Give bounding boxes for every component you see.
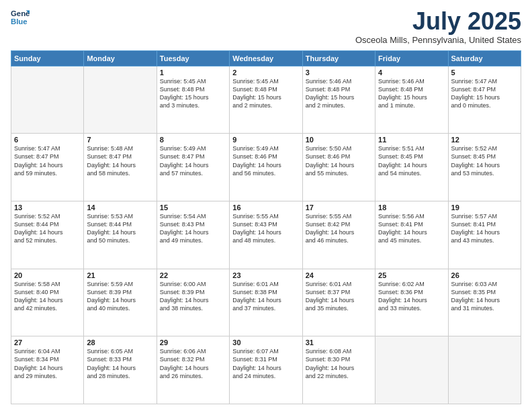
col-saturday: Saturday <box>448 50 521 66</box>
calendar-cell: 25Sunrise: 6:02 AM Sunset: 8:36 PM Dayli… <box>375 269 448 336</box>
calendar-week-2: 13Sunrise: 5:52 AM Sunset: 8:44 PM Dayli… <box>11 201 521 269</box>
day-number: 22 <box>160 271 226 279</box>
calendar-cell: 31Sunrise: 6:08 AM Sunset: 8:30 PM Dayli… <box>302 336 375 404</box>
day-info: Sunrise: 6:08 AM Sunset: 8:30 PM Dayligh… <box>306 347 372 380</box>
title-block: July 2025 Osceola Mills, Pennsylvania, U… <box>355 8 521 45</box>
day-info: Sunrise: 5:49 AM Sunset: 8:46 PM Dayligh… <box>232 144 299 177</box>
day-number: 6 <box>14 136 81 144</box>
day-number: 19 <box>451 203 518 212</box>
logo-icon: General Blue <box>11 8 30 27</box>
day-info: Sunrise: 6:05 AM Sunset: 8:33 PM Dayligh… <box>87 347 153 380</box>
day-info: Sunrise: 5:45 AM Sunset: 8:48 PM Dayligh… <box>160 77 226 110</box>
day-info: Sunrise: 5:47 AM Sunset: 8:47 PM Dayligh… <box>451 77 518 110</box>
calendar-cell: 20Sunrise: 5:58 AM Sunset: 8:40 PM Dayli… <box>11 269 84 336</box>
calendar-cell: 28Sunrise: 6:05 AM Sunset: 8:33 PM Dayli… <box>84 336 157 404</box>
calendar-cell: 22Sunrise: 6:00 AM Sunset: 8:39 PM Dayli… <box>157 269 229 336</box>
day-number: 4 <box>378 68 445 77</box>
day-info: Sunrise: 6:06 AM Sunset: 8:32 PM Dayligh… <box>160 347 226 380</box>
calendar-cell: 23Sunrise: 6:01 AM Sunset: 8:38 PM Dayli… <box>230 269 302 336</box>
calendar-cell: 2Sunrise: 5:45 AM Sunset: 8:48 PM Daylig… <box>230 66 302 134</box>
day-info: Sunrise: 5:45 AM Sunset: 8:48 PM Dayligh… <box>232 77 299 110</box>
calendar-cell: 19Sunrise: 5:57 AM Sunset: 8:41 PM Dayli… <box>448 201 521 269</box>
day-number: 20 <box>14 271 81 279</box>
day-info: Sunrise: 5:52 AM Sunset: 8:44 PM Dayligh… <box>14 212 81 245</box>
day-number: 29 <box>160 338 226 347</box>
day-number: 9 <box>232 136 299 144</box>
day-info: Sunrise: 5:50 AM Sunset: 8:46 PM Dayligh… <box>306 144 372 177</box>
svg-text:Blue: Blue <box>11 17 28 26</box>
day-info: Sunrise: 6:07 AM Sunset: 8:31 PM Dayligh… <box>232 347 299 380</box>
calendar-cell: 24Sunrise: 6:01 AM Sunset: 8:37 PM Dayli… <box>302 269 375 336</box>
calendar-cell: 16Sunrise: 5:55 AM Sunset: 8:43 PM Dayli… <box>230 201 302 269</box>
day-info: Sunrise: 5:55 AM Sunset: 8:43 PM Dayligh… <box>232 212 299 245</box>
calendar-cell <box>375 336 448 404</box>
day-number: 23 <box>232 271 299 279</box>
calendar-week-3: 20Sunrise: 5:58 AM Sunset: 8:40 PM Dayli… <box>11 269 521 336</box>
calendar-cell: 1Sunrise: 5:45 AM Sunset: 8:48 PM Daylig… <box>157 66 229 134</box>
calendar-cell: 4Sunrise: 5:46 AM Sunset: 8:48 PM Daylig… <box>375 66 448 134</box>
calendar-cell: 29Sunrise: 6:06 AM Sunset: 8:32 PM Dayli… <box>157 336 229 404</box>
day-number: 26 <box>451 271 518 279</box>
day-number: 21 <box>87 271 153 279</box>
month-title: July 2025 <box>355 8 521 35</box>
day-info: Sunrise: 6:00 AM Sunset: 8:39 PM Dayligh… <box>160 280 226 313</box>
day-number: 31 <box>306 338 372 347</box>
col-wednesday: Wednesday <box>230 50 302 66</box>
calendar-body: 1Sunrise: 5:45 AM Sunset: 8:48 PM Daylig… <box>11 66 521 404</box>
day-info: Sunrise: 5:51 AM Sunset: 8:45 PM Dayligh… <box>378 144 445 177</box>
calendar-cell: 7Sunrise: 5:48 AM Sunset: 8:47 PM Daylig… <box>84 134 157 201</box>
page-container: General Blue July 2025 Osceola Mills, Pe… <box>0 0 532 411</box>
calendar-cell: 6Sunrise: 5:47 AM Sunset: 8:47 PM Daylig… <box>11 134 84 201</box>
day-number: 7 <box>87 136 153 144</box>
day-number: 27 <box>14 338 81 347</box>
logo: General Blue <box>11 8 30 27</box>
col-thursday: Thursday <box>302 50 375 66</box>
calendar-cell: 18Sunrise: 5:56 AM Sunset: 8:41 PM Dayli… <box>375 201 448 269</box>
day-number: 3 <box>306 68 372 77</box>
day-info: Sunrise: 5:49 AM Sunset: 8:47 PM Dayligh… <box>160 144 226 177</box>
day-number: 13 <box>14 203 81 212</box>
day-number: 11 <box>378 136 445 144</box>
calendar-cell: 26Sunrise: 6:03 AM Sunset: 8:35 PM Dayli… <box>448 269 521 336</box>
calendar-cell: 14Sunrise: 5:53 AM Sunset: 8:44 PM Dayli… <box>84 201 157 269</box>
day-info: Sunrise: 5:52 AM Sunset: 8:45 PM Dayligh… <box>451 144 518 177</box>
calendar-cell <box>11 66 84 134</box>
day-number: 15 <box>160 203 226 212</box>
calendar-cell: 11Sunrise: 5:51 AM Sunset: 8:45 PM Dayli… <box>375 134 448 201</box>
day-number: 14 <box>87 203 153 212</box>
day-info: Sunrise: 5:46 AM Sunset: 8:48 PM Dayligh… <box>306 77 372 110</box>
day-number: 8 <box>160 136 226 144</box>
day-info: Sunrise: 6:02 AM Sunset: 8:36 PM Dayligh… <box>378 280 445 313</box>
col-friday: Friday <box>375 50 448 66</box>
day-info: Sunrise: 6:01 AM Sunset: 8:38 PM Dayligh… <box>232 280 299 313</box>
day-info: Sunrise: 5:59 AM Sunset: 8:39 PM Dayligh… <box>87 280 153 313</box>
location: Osceola Mills, Pennsylvania, United Stat… <box>355 35 521 45</box>
calendar-week-4: 27Sunrise: 6:04 AM Sunset: 8:34 PM Dayli… <box>11 336 521 404</box>
calendar-cell: 12Sunrise: 5:52 AM Sunset: 8:45 PM Dayli… <box>448 134 521 201</box>
calendar-cell <box>448 336 521 404</box>
day-number: 25 <box>378 271 445 279</box>
day-info: Sunrise: 6:03 AM Sunset: 8:35 PM Dayligh… <box>451 280 518 313</box>
calendar-cell: 21Sunrise: 5:59 AM Sunset: 8:39 PM Dayli… <box>84 269 157 336</box>
day-number: 28 <box>87 338 153 347</box>
day-number: 1 <box>160 68 226 77</box>
day-info: Sunrise: 6:04 AM Sunset: 8:34 PM Dayligh… <box>14 347 81 380</box>
calendar-week-1: 6Sunrise: 5:47 AM Sunset: 8:47 PM Daylig… <box>11 134 521 201</box>
calendar-cell: 3Sunrise: 5:46 AM Sunset: 8:48 PM Daylig… <box>302 66 375 134</box>
day-number: 5 <box>451 68 518 77</box>
day-info: Sunrise: 5:55 AM Sunset: 8:42 PM Dayligh… <box>306 212 372 245</box>
calendar-cell: 15Sunrise: 5:54 AM Sunset: 8:43 PM Dayli… <box>157 201 229 269</box>
day-number: 18 <box>378 203 445 212</box>
day-number: 24 <box>306 271 372 279</box>
header: General Blue July 2025 Osceola Mills, Pe… <box>11 8 521 45</box>
day-number: 10 <box>306 136 372 144</box>
day-info: Sunrise: 5:57 AM Sunset: 8:41 PM Dayligh… <box>451 212 518 245</box>
calendar-header-row: Sunday Monday Tuesday Wednesday Thursday… <box>11 50 521 66</box>
day-info: Sunrise: 5:58 AM Sunset: 8:40 PM Dayligh… <box>14 280 81 313</box>
calendar-cell: 10Sunrise: 5:50 AM Sunset: 8:46 PM Dayli… <box>302 134 375 201</box>
day-info: Sunrise: 5:46 AM Sunset: 8:48 PM Dayligh… <box>378 77 445 110</box>
col-monday: Monday <box>84 50 157 66</box>
calendar-cell: 9Sunrise: 5:49 AM Sunset: 8:46 PM Daylig… <box>230 134 302 201</box>
day-number: 30 <box>232 338 299 347</box>
calendar-cell: 27Sunrise: 6:04 AM Sunset: 8:34 PM Dayli… <box>11 336 84 404</box>
